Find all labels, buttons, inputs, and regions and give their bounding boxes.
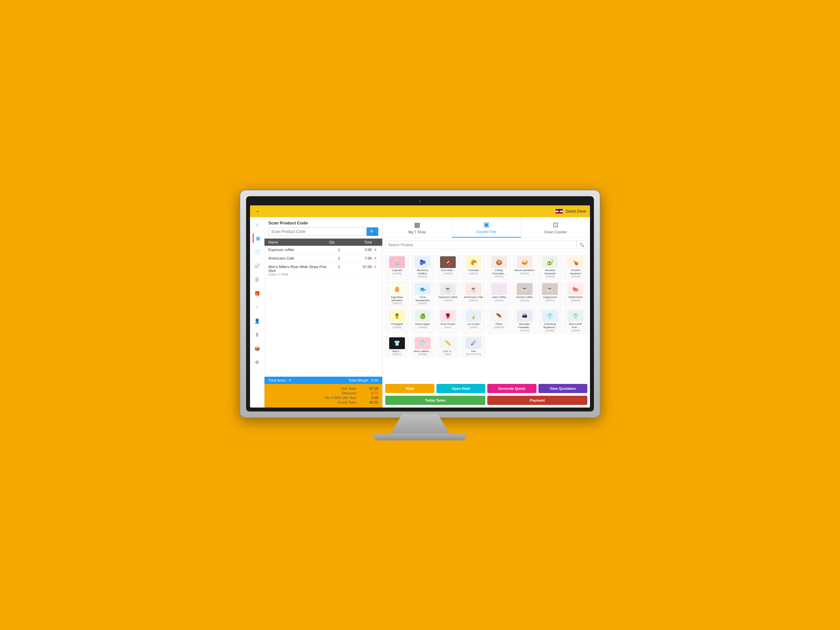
sidebar-item-home[interactable]: ⌂ [253, 220, 262, 229]
discount-row: Discount : -8.70 [268, 391, 378, 395]
product-espresso-coffee[interactable]: ☕ Espresso coffee [10015] [436, 281, 460, 306]
item-delete-0[interactable]: ✕ [372, 248, 378, 252]
product-mens-black[interactable]: 👕 Men's... [10007] [385, 336, 409, 358]
totals-bar: Total Items : 4 Total Weight : 0.00 [264, 377, 382, 384]
product-img: 🍫 [440, 256, 456, 268]
generate-quote-button[interactable]: Generate Quote [487, 384, 537, 393]
product-img: ☕ [542, 283, 558, 295]
product-ruler[interactable]: 📏 11½" s... [005] [436, 336, 460, 358]
product-code: [10005] [571, 299, 580, 302]
sidebar-item-settings[interactable]: ⚙ [253, 358, 262, 367]
hold-button[interactable]: Hold [385, 384, 434, 393]
item-price-2: 57.00 [349, 265, 372, 269]
sidebar-item-pos[interactable]: ▦ [253, 234, 262, 243]
item-name-1: Americano Cafe [268, 256, 329, 260]
product-tuna-sandwiches[interactable]: 🐟 Tuna Sandwiches [10016] [411, 281, 434, 306]
product-search-button[interactable]: 🔍 [576, 240, 587, 249]
grand-total-row: Grand Total : 80.30 [268, 400, 378, 404]
payment-button[interactable]: Payment [487, 396, 587, 405]
product-cappuccino[interactable]: ☕ Cappuccino [10011] [538, 281, 562, 306]
product-avocado-sandwich[interactable]: 🥑 Avocado Sandwich [10019] [538, 255, 562, 279]
product-egg-mayo-sandwich[interactable]: 🥚 Egg Mayo Sandwich [10017] [385, 281, 409, 306]
user-name: David Dave [566, 209, 586, 214]
product-mocha-coffee[interactable]: ☕ Mocha Coffee [10012] [513, 281, 537, 306]
product-img: 🥪 [517, 256, 532, 268]
product-name: Mocha Coffee [516, 296, 533, 299]
sidebar-item-gift[interactable]: 🎁 [253, 289, 262, 298]
product-latte-coffee[interactable]: 🥛 Latte Coffee [10013] [487, 281, 511, 306]
product-code: [10019] [546, 275, 554, 278]
product-img: 🪶 [491, 310, 507, 322]
product-bacon-sandwich[interactable]: 🥪 Bacon Sandwich [10020] [513, 255, 537, 279]
sidebar-item-user[interactable]: 👤 [253, 316, 262, 325]
product-chambray-boyfriend[interactable]: 👕 Chambray Boyfriend... [10009] [538, 308, 562, 333]
product-mens-millers[interactable]: 👕 Men's Millers... [10006] [411, 336, 434, 358]
sidebar-item-table[interactable]: ☰ [253, 275, 262, 284]
product-watermelon[interactable]: 🍉 Watermelon [10005] [564, 281, 587, 306]
item-delete-2[interactable]: ✕ [372, 265, 378, 269]
product-img: 👕 [542, 310, 558, 322]
product-chocolate[interactable]: 🍫 Chocolate... [10023] [436, 255, 460, 279]
scan-button[interactable]: 🔍 [366, 227, 378, 236]
sidebar-item-box[interactable]: 📦 [253, 344, 262, 353]
item-name-2: Men's Millers River Wide Stripe Polo Shi… [268, 265, 329, 276]
product-mens-aop-polo[interactable]: 👕 Men's AOP Polo... [10008] [564, 308, 587, 333]
product-code: [005] [445, 353, 451, 356]
product-croissant[interactable]: 🥐 Croissant [10022] [462, 255, 485, 279]
product-pen[interactable]: 🖊 Pen [873737373] [462, 336, 485, 358]
product-name: Men's... [392, 350, 402, 353]
product-img: 🍉 [568, 283, 583, 295]
products-grid: 🧁 Cupcake [10025] 🫐 Blueberry Muffins [1… [382, 252, 590, 381]
uk-flag-icon [555, 209, 563, 214]
product-americano-cafe[interactable]: ☕ Americano Cafe [10014] [462, 281, 485, 306]
product-blueberry-muffins[interactable]: 🫐 Blueberry Muffins [10024] [411, 255, 434, 279]
product-mountain-packable[interactable]: 🏔 Mountain Packable... [10010] [513, 308, 537, 333]
product-img: 🐟 [415, 283, 431, 295]
product-pillow[interactable]: 🪶 Pillow [190020] [487, 308, 511, 333]
product-ice-cream[interactable]: 🍦 Ice Cream [1000] [462, 308, 485, 333]
product-search-input[interactable] [385, 240, 576, 249]
nav-arrow-icon[interactable]: → [254, 208, 260, 215]
product-green-apple[interactable]: 🍏 Green Apple [10003] [411, 308, 434, 333]
product-code: [10011] [546, 299, 554, 302]
product-name: Watermelon [568, 296, 583, 299]
product-img: 👕 [415, 337, 431, 349]
sidebar-item-upload[interactable]: ↑ [253, 303, 262, 312]
tab-mg-shop[interactable]: ▦ Mg T Shop [382, 217, 452, 238]
scan-input[interactable] [268, 227, 365, 236]
product-name: Tuna Sandwiches [412, 296, 433, 302]
product-name: Latte Coffee [492, 296, 506, 299]
product-code: [10022] [469, 272, 478, 275]
summary-box: Sub Total : 87.00 Discount : -8.70 Tax 0… [264, 384, 382, 407]
product-name: Croissant [468, 269, 479, 272]
total-weight-label: Total Weight : 0.00 [349, 378, 378, 382]
today-sales-button[interactable]: Today Sales [385, 396, 485, 405]
product-chicken-sandwich[interactable]: 🍗 Chicken Sandwich [10018] [564, 255, 587, 279]
product-img: 🖊 [466, 337, 482, 349]
top-bar: → David Dave [250, 205, 590, 217]
product-img: 🍪 [491, 256, 507, 268]
sidebar-item-reports[interactable]: 📄 [253, 248, 262, 257]
tab-close-counter[interactable]: ⊡ Close Counter [521, 217, 590, 238]
product-name: Chicken Sandwich [565, 269, 586, 275]
sidebar-item-dollar[interactable]: $ [253, 330, 262, 339]
tab-counter-one-label: Counter One [476, 230, 497, 234]
view-quotation-button[interactable]: View Quotation [538, 384, 588, 393]
item-price-1: 7.00 [349, 256, 372, 260]
product-code: [1001] [444, 326, 452, 329]
product-pineapple[interactable]: 🍍 Pineapple [10004] [385, 308, 409, 333]
product-code: [10006] [418, 353, 427, 356]
product-img: 🍍 [389, 310, 405, 322]
tab-counter-one[interactable]: ▣ Counter One [452, 217, 521, 238]
product-code: [10014] [469, 299, 478, 302]
sidebar-item-chart[interactable]: 📈 [253, 261, 262, 270]
product-chewy-chocolate[interactable]: 🍪 Chewy Chocolate... [10021] [487, 255, 511, 279]
product-rose-flower[interactable]: 🌹 Rose Flower [1001] [436, 308, 460, 333]
product-name: Ice Cream [467, 322, 480, 326]
product-name: Cupcake [392, 269, 402, 272]
open-hold-button[interactable]: Open Hold [436, 384, 486, 393]
product-cupcake[interactable]: 🧁 Cupcake [10025] [385, 255, 409, 279]
item-delete-1[interactable]: ✕ [372, 256, 378, 261]
product-name: Men's Millers... [414, 350, 431, 353]
product-img: 🫐 [415, 256, 431, 268]
